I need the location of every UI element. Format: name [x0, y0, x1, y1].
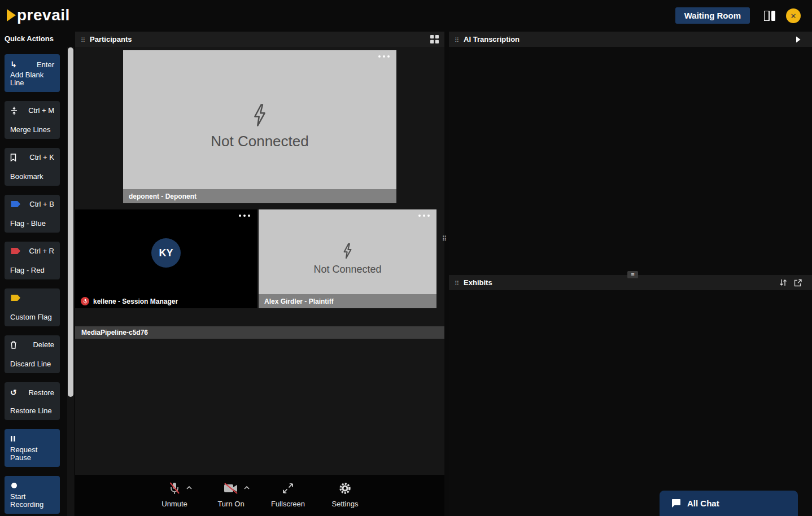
not-connected-status: Not Connected — [313, 264, 381, 276]
unmute-button[interactable]: Unmute — [158, 481, 191, 508]
restore-line-button[interactable]: Restore Restore Line — [5, 382, 60, 420]
quick-actions-title: Quick Actions — [5, 34, 54, 43]
mic-options-chevron-icon[interactable] — [186, 486, 192, 489]
restore-icon — [10, 387, 17, 397]
participant-name-label: kellene - Session Manager — [93, 298, 178, 305]
mic-off-icon — [168, 482, 181, 495]
settings-label: Settings — [331, 500, 358, 508]
panel-drag-handle-icon[interactable] — [455, 278, 459, 288]
camera-options-chevron-icon[interactable] — [244, 486, 250, 489]
tile-menu-icon[interactable] — [378, 55, 390, 58]
request-pause-button[interactable]: Request Pause — [5, 429, 60, 467]
trash-icon — [10, 341, 17, 349]
gear-icon — [339, 482, 351, 495]
action-label: Flag - Red — [10, 266, 54, 275]
add-blank-line-button[interactable]: Enter Add Blank Line — [5, 54, 60, 92]
shortcut-label: Ctrl + K — [29, 153, 54, 161]
exhibits-title: Exhibits — [464, 278, 492, 287]
record-icon — [10, 482, 18, 489]
turn-on-camera-button[interactable]: Turn On — [215, 481, 247, 508]
ai-transcription-panel: AI Transcription — [449, 32, 812, 275]
bookmark-button[interactable]: Ctrl + K Bookmark — [5, 148, 60, 186]
participant-name-label: deponent - Deponent — [123, 189, 396, 203]
participant-name-label: Alex Girdler - Plaintiff — [259, 294, 436, 308]
shortcut-label: Ctrl + M — [28, 106, 54, 115]
action-label: Custom Flag — [10, 313, 54, 322]
action-label: Start Recording — [10, 493, 54, 509]
discard-line-button[interactable]: Delete Discard Line — [5, 335, 60, 373]
chat-bubble-icon — [671, 498, 681, 508]
tile-menu-icon[interactable] — [418, 215, 430, 217]
muted-mic-icon — [81, 297, 89, 305]
not-connected-bolt-icon — [342, 243, 353, 259]
shortcut-label: Restore — [28, 388, 54, 397]
settings-button[interactable]: Settings — [329, 481, 361, 508]
quick-actions-sidebar: Quick Actions Enter Add Blank Line Ctrl … — [0, 32, 75, 516]
bookmark-icon — [10, 154, 16, 161]
exhibits-panel: Exhibits — [449, 275, 812, 516]
custom-flag-button[interactable]: Custom Flag — [5, 288, 60, 326]
action-label: Bookmark — [10, 173, 54, 181]
panel-resize-handle[interactable] — [440, 233, 448, 245]
video-tile-kellene: KY kellene - Session Manager — [75, 209, 257, 308]
action-label: Discard Line — [10, 360, 54, 369]
turn-on-label: Turn On — [217, 500, 244, 508]
media-pipeline-label: MediaPipeline-c5d76 — [75, 326, 444, 339]
flag-red-icon — [10, 247, 21, 255]
prevail-logo: prevail — [7, 6, 70, 24]
horizontal-resize-handle-icon[interactable] — [627, 271, 638, 278]
exhibits-content — [449, 290, 812, 516]
sidebar-scrollbar-thumb[interactable] — [68, 47, 73, 397]
flag-blue-icon — [10, 200, 21, 208]
avatar: KY — [151, 238, 181, 268]
video-grid: Not Connected deponent - Deponent KY kel… — [75, 47, 444, 475]
action-label: Restore Line — [10, 407, 54, 416]
ai-transcription-title: AI Transcription — [464, 35, 519, 43]
all-chat-label: All Chat — [687, 498, 719, 508]
participants-panel: Participants Not Connected deponent - De… — [75, 32, 444, 516]
action-label: Request Pause — [10, 446, 54, 462]
fullscreen-button[interactable]: Fullscreen — [271, 481, 305, 508]
grid-view-icon[interactable] — [430, 35, 439, 43]
action-label: Flag - Blue — [10, 220, 54, 228]
fullscreen-icon — [282, 482, 294, 495]
waiting-room-button[interactable]: Waiting Room — [675, 7, 750, 24]
sort-icon[interactable] — [779, 279, 787, 286]
panel-drag-handle-icon[interactable] — [81, 34, 85, 45]
not-connected-status: Not Connected — [211, 133, 308, 150]
not-connected-bolt-icon — [251, 103, 268, 127]
logo-text: prevail — [17, 6, 70, 24]
flag-red-button[interactable]: Ctrl + R Flag - Red — [5, 242, 60, 279]
panel-drag-handle-icon[interactable] — [455, 34, 459, 45]
sidebar-scrollbar — [67, 47, 74, 516]
merge-lines-button[interactable]: Ctrl + M Merge Lines — [5, 101, 60, 139]
fullscreen-label: Fullscreen — [271, 500, 305, 508]
video-tile-alex: Not Connected Alex Girdler - Plaintiff — [259, 209, 436, 308]
transcription-content — [449, 47, 812, 275]
layout-grid-icon[interactable] — [764, 11, 775, 21]
all-chat-button[interactable]: All Chat — [660, 491, 798, 516]
logo-triangle-icon — [7, 9, 16, 21]
flag-blue-button[interactable]: Ctrl + B Flag - Blue — [5, 195, 60, 233]
flag-yellow-icon — [10, 294, 21, 301]
expand-play-icon[interactable] — [796, 36, 801, 43]
action-label: Add Blank Line — [10, 71, 54, 88]
participants-title: Participants — [90, 35, 132, 43]
video-tile-deponent: Not Connected deponent - Deponent — [123, 50, 396, 203]
tile-menu-icon[interactable] — [239, 215, 250, 217]
enter-arrow-icon — [10, 59, 17, 69]
open-external-icon[interactable] — [794, 279, 802, 287]
unmute-label: Unmute — [161, 500, 187, 508]
call-control-bar: Unmute Turn On — [75, 475, 444, 516]
shortcut-label: Enter — [37, 60, 54, 69]
top-bar: prevail Waiting Room — [0, 0, 812, 32]
action-label: Merge Lines — [10, 126, 54, 134]
pause-icon — [10, 435, 16, 442]
shortcut-label: Ctrl + B — [29, 200, 54, 208]
shortcut-label: Delete — [33, 340, 54, 349]
start-recording-button[interactable]: Start Recording — [5, 476, 60, 514]
shortcut-label: Ctrl + R — [29, 247, 54, 255]
merge-icon — [10, 107, 18, 115]
close-icon[interactable] — [786, 8, 801, 23]
camera-off-icon — [224, 483, 238, 494]
